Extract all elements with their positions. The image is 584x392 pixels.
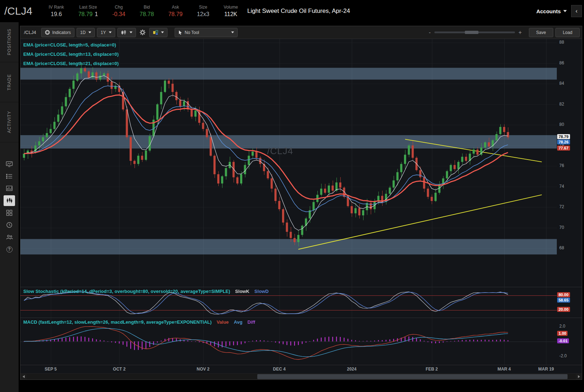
sidebar-tab-activity[interactable]: ACTIVITY <box>0 102 19 142</box>
sidebar-analyze-button[interactable] <box>3 182 15 195</box>
ema21-label[interactable]: EMA (price=CLOSE, length=21, displace=0) <box>23 59 118 68</box>
stat-label: Volume <box>224 5 238 10</box>
stat-volume: Volume 112K <box>224 5 238 18</box>
save-button[interactable]: Save <box>529 28 553 37</box>
drawing-tool-value: No Tool <box>185 30 199 35</box>
scroll-right-button[interactable] <box>576 374 582 379</box>
clock-icon <box>6 222 13 228</box>
analyze-chart-icon <box>6 185 13 192</box>
range-select[interactable]: 1Y <box>97 28 115 37</box>
price-axis[interactable]: 888684828078767472706878.7978.2677.67 <box>557 39 582 287</box>
scroll-left-button[interactable] <box>20 374 26 379</box>
macd-axis[interactable]: 2.00.0-2.01.00-0.01 <box>557 318 582 365</box>
sidebar-tab-positions[interactable]: POSITIONS <box>0 22 19 62</box>
price-chart-pane[interactable]: EMA (price=CLOSE, length=5, displace=0) … <box>20 39 557 287</box>
price-axis-tick: 82 <box>559 102 564 107</box>
sidebar-history-button[interactable] <box>3 219 15 231</box>
monitor-chart-icon <box>6 161 13 167</box>
stochastic-axis[interactable]: 80.0058.6520.00 <box>557 287 582 318</box>
sidebar-tab-label: TRADE <box>7 74 12 90</box>
price-chart-canvas[interactable] <box>20 39 557 287</box>
drawing-tool-select[interactable]: No Tool <box>175 28 238 37</box>
time-axis-label: DEC 4 <box>269 367 289 372</box>
chevron-down-icon <box>88 31 91 33</box>
range-value: 1Y <box>101 30 106 35</box>
indicators-button[interactable]: Indicators <box>41 28 74 37</box>
stat-chg: Chg -0.34 <box>112 5 125 18</box>
sidebar-watchlist-button[interactable] <box>3 170 15 182</box>
chart-panel: /CLJ4 Indicators 1D 1Y <box>20 26 582 380</box>
chart-settings-button[interactable] <box>138 28 147 37</box>
stat-value: 12x3 <box>197 11 209 18</box>
price-axis-tick: 72 <box>559 204 564 209</box>
stat-value: 78.78 <box>140 11 154 18</box>
macd-axis-tick: 2.0 <box>559 324 565 329</box>
macd-diff-label: Diff <box>247 319 255 325</box>
indicators-icon <box>45 30 50 35</box>
zoom-out-button[interactable]: - <box>429 29 430 36</box>
chart-toolbar: /CLJ4 Indicators 1D 1Y <box>20 26 582 39</box>
sidebar-icon-group: ? <box>3 158 15 255</box>
time-axis-label: OCT 2 <box>109 367 129 372</box>
zoom-in-button[interactable]: + <box>519 29 522 36</box>
stat-value: 78.791 <box>78 11 98 18</box>
horizontal-scrollbar[interactable] <box>20 373 582 379</box>
stat-label: Size <box>199 5 207 10</box>
chevron-down-icon <box>231 31 234 33</box>
chevron-down-icon <box>109 31 112 33</box>
timeframe-select[interactable]: 1D <box>77 28 95 37</box>
macd-axis-tick: -2.0 <box>559 353 567 358</box>
scrollbar-track[interactable] <box>26 374 576 379</box>
macd-row: MACD (fastLength=12, slowLength=26, macd… <box>20 318 582 365</box>
price-level-box: 77.67 <box>557 146 570 151</box>
zoom-slider[interactable] <box>434 31 515 33</box>
accounts-dropdown[interactable]: Accounts <box>536 8 567 14</box>
watchlist-icon <box>6 173 13 179</box>
stat-value: 78.79 <box>168 11 182 18</box>
gear-icon <box>140 29 146 35</box>
macd-level-box: 1.00 <box>557 331 568 336</box>
macd-avg-label: Avg <box>234 319 242 325</box>
sidebar-help-button[interactable]: ? <box>3 243 15 255</box>
last-price: 78.79 <box>78 11 93 17</box>
stochastic-legend: Slow Stochastic (kPeriod=14, dPeriod=3, … <box>23 289 269 294</box>
sidebar-monitor-button[interactable] <box>3 158 15 170</box>
sidebar-apps-button[interactable] <box>3 207 15 219</box>
macd-pane[interactable]: MACD (fastLength=12, slowLength=26, macd… <box>20 318 557 365</box>
symbol-logo: /CLJ4 <box>0 5 40 17</box>
help-icon: ? <box>6 246 13 253</box>
time-axis-label: 2024 <box>342 367 362 372</box>
stat-ask: Ask 78.79 <box>168 5 182 18</box>
ema5-label[interactable]: EMA (price=CLOSE, length=5, displace=0) <box>23 40 118 50</box>
time-axis[interactable]: SEP 5OCT 2NOV 2DEC 42024FEB 2MAR 4MAR 19 <box>20 365 557 373</box>
price-axis-tick: 80 <box>559 122 564 127</box>
study-legend: EMA (price=CLOSE, length=5, displace=0) … <box>23 40 118 68</box>
time-axis-label: NOV 2 <box>193 367 213 372</box>
scrollbar-handle[interactable] <box>257 374 568 379</box>
time-row: SEP 5OCT 2NOV 2DEC 42024FEB 2MAR 4MAR 19 <box>20 365 582 373</box>
collapse-panel-button[interactable]: ‹ <box>571 5 582 17</box>
load-button[interactable]: Load <box>555 28 580 37</box>
drawing-set-select[interactable] <box>149 28 167 37</box>
stochastic-label[interactable]: Slow Stochastic (kPeriod=14, dPeriod=3, … <box>23 289 230 294</box>
sidebar-tab-trade[interactable]: TRADE <box>0 62 19 102</box>
sidebar-charts-button[interactable] <box>4 195 15 206</box>
zoom-slider-handle[interactable] <box>465 31 478 34</box>
stochastic-pane[interactable]: Slow Stochastic (kPeriod=14, dPeriod=3, … <box>20 287 557 318</box>
stat-value: 19.6 <box>51 11 62 18</box>
chart-type-select[interactable] <box>117 28 136 37</box>
price-axis-tick: 68 <box>559 245 564 250</box>
macd-label[interactable]: MACD (fastLength=12, slowLength=26, macd… <box>23 319 211 325</box>
time-axis-label: MAR 4 <box>494 367 514 372</box>
sidebar-community-button[interactable] <box>3 231 15 243</box>
macd-canvas[interactable] <box>20 318 557 365</box>
time-axis-label: SEP 5 <box>41 367 61 372</box>
charts-icon <box>6 197 13 204</box>
stat-bid: Bid 78.78 <box>140 5 154 18</box>
macd-level-box: -0.01 <box>557 338 569 343</box>
sidebar-tab-label: ACTIVITY <box>7 111 12 133</box>
ema13-label[interactable]: EMA (price=CLOSE, length=13, displace=0) <box>23 50 118 59</box>
price-axis-tick: 76 <box>559 163 564 168</box>
macd-legend: MACD (fastLength=12, slowLength=26, macd… <box>23 319 255 325</box>
top-header: /CLJ4 IV Rank 19.6 Last Size 78.791 Chg … <box>0 0 584 22</box>
